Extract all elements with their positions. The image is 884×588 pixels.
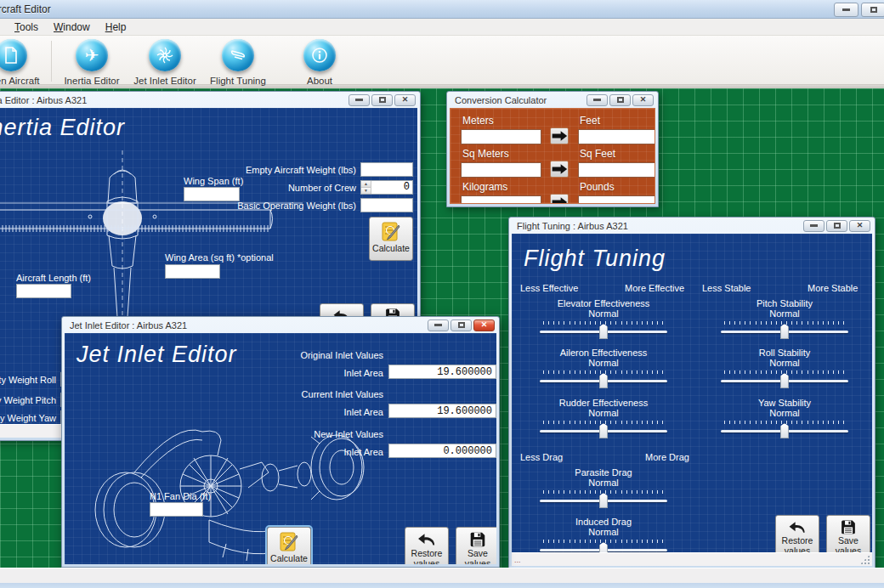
- jet-heading: Jet Inlet Editor: [76, 342, 237, 368]
- jet-maximize-button[interactable]: [450, 319, 472, 331]
- wing-span-label: Wing Span (ft): [184, 176, 240, 186]
- slider-track[interactable]: [721, 380, 848, 382]
- close-icon: ✕: [481, 321, 488, 329]
- menu-help[interactable]: Help: [98, 20, 134, 35]
- arrow-right-icon: [551, 163, 568, 175]
- feet-label: Feet: [580, 115, 655, 127]
- jet-minimize-button[interactable]: [428, 319, 449, 331]
- toolbar-separator: [51, 41, 52, 82]
- toolbar-jet-inlet-editor[interactable]: Jet Inlet Editor: [128, 39, 201, 86]
- close-icon: ✕: [402, 96, 409, 104]
- slider-thumb[interactable]: [599, 324, 608, 339]
- jet-save-values-button[interactable]: Save values: [456, 527, 496, 564]
- aircraft-editor-app: Aircraft Editor ✕ Tools Window Help Open…: [0, 0, 884, 588]
- slider-thumb[interactable]: [780, 423, 789, 438]
- inertia-close-button[interactable]: ✕: [394, 94, 416, 106]
- flight-titlebar[interactable]: Flight Tuning : Airbus A321 ✕: [512, 218, 872, 234]
- more-stable-label: More Stable: [808, 283, 858, 293]
- jet-restore-values-button[interactable]: Restore values: [405, 527, 449, 564]
- flight-maximize-button[interactable]: [826, 220, 847, 232]
- empty-weight-yaw-label: Empty Weight Yaw: [0, 413, 56, 423]
- main-titlebar[interactable]: Aircraft Editor ✕: [0, 0, 884, 19]
- menu-window[interactable]: Window: [46, 20, 98, 35]
- spinner-buttons[interactable]: ▲ ▼: [361, 181, 371, 194]
- slider-track[interactable]: [540, 500, 667, 502]
- jet-titlebar[interactable]: Jet Inlet Editor : Airbus A321 ✕: [65, 317, 496, 333]
- spinner-down-icon[interactable]: ▼: [361, 187, 371, 194]
- slider-thumb[interactable]: [599, 373, 608, 388]
- toolbar-inertia-editor[interactable]: ✈ Inertia Editor: [55, 39, 128, 86]
- slider-thumb[interactable]: [780, 373, 789, 388]
- wing-area-label: Wing Area (sq ft) *optional: [165, 252, 274, 263]
- pounds-input[interactable]: [578, 195, 655, 204]
- convert-kilograms-button[interactable]: [550, 194, 569, 204]
- empty-aircraft-weight-label: Empty Aircraft Weight (lbs): [246, 165, 356, 175]
- pounds-label: Pounds: [580, 181, 655, 193]
- toolbar-flight-tuning[interactable]: Flight Tuning: [201, 39, 275, 86]
- n1-fan-dia-input[interactable]: [150, 502, 203, 517]
- menu-tools[interactable]: Tools: [7, 20, 46, 35]
- aircraft-length-label: Aircraft Length (ft): [16, 273, 91, 283]
- wing-span-input[interactable]: [184, 187, 240, 201]
- conversion-maximize-button[interactable]: [609, 94, 631, 106]
- new-inlet-values-label: New Inlet Values: [314, 429, 383, 439]
- slider-track[interactable]: [540, 331, 667, 333]
- n1-fan-dia-label: N1 Fan Dia (ft): [150, 491, 211, 501]
- inertia-minimize-button[interactable]: [348, 94, 370, 106]
- toolbar-open-aircraft[interactable]: Open Aircraft: [0, 39, 48, 86]
- empty-aircraft-weight-input[interactable]: [360, 162, 413, 177]
- slider-track[interactable]: [540, 549, 667, 551]
- spinner-up-icon[interactable]: ▲: [361, 181, 371, 187]
- slider-track[interactable]: [721, 430, 848, 433]
- conversion-close-button[interactable]: ✕: [632, 94, 654, 106]
- number-of-crew-spinner[interactable]: ▲ ▼ 0: [360, 180, 413, 195]
- slider-thumb[interactable]: [599, 423, 608, 438]
- number-of-crew-value: 0: [371, 181, 412, 194]
- inertia-maximize-button[interactable]: [371, 94, 393, 106]
- open-document-icon: [0, 39, 27, 71]
- main-window-title: Aircraft Editor: [0, 3, 51, 15]
- jet-calculate-button[interactable]: Calculate: [267, 527, 311, 564]
- jet-close-button[interactable]: ✕: [473, 319, 495, 331]
- new-inlet-area-input[interactable]: [388, 444, 496, 458]
- roll-stability-slider: Roll Stability Normal: [721, 348, 848, 382]
- restore-icon: [785, 519, 809, 535]
- wing-area-input[interactable]: [165, 264, 220, 279]
- maximize-icon: [870, 7, 877, 13]
- slider-thumb[interactable]: [780, 324, 789, 339]
- jet-engine-blueprint-drawing: [82, 382, 371, 564]
- resize-grip[interactable]: [860, 555, 870, 564]
- conversion-titlebar[interactable]: Conversion Calculator ✕: [450, 92, 655, 108]
- conversion-body: Meters Feet Sq Meters: [450, 108, 655, 204]
- feet-input[interactable]: [578, 129, 655, 144]
- minimize-icon: [810, 224, 818, 227]
- inertia-calculate-button[interactable]: Calculate: [369, 217, 413, 261]
- inertia-titlebar[interactable]: Inertia Editor : Airbus A321 ✕: [0, 92, 417, 108]
- flight-minimize-button[interactable]: [803, 220, 824, 232]
- slider-track[interactable]: [540, 380, 667, 382]
- kilograms-input[interactable]: [461, 195, 541, 204]
- conversion-minimize-button[interactable]: [586, 94, 608, 106]
- current-inlet-area-input[interactable]: [388, 404, 496, 418]
- convert-meters-button[interactable]: [550, 127, 569, 144]
- maximize-icon: [617, 97, 624, 103]
- original-inlet-area-input[interactable]: [388, 365, 496, 379]
- elevator-effectiveness-slider: Elevator Effectiveness Normal: [540, 298, 667, 333]
- slider-track[interactable]: [540, 430, 667, 433]
- toolbar-about[interactable]: About: [283, 39, 356, 86]
- slider-track[interactable]: [721, 331, 848, 333]
- sq-meters-input[interactable]: [461, 162, 541, 178]
- maximize-button[interactable]: [861, 3, 884, 17]
- flight-close-button[interactable]: ✕: [849, 220, 870, 232]
- sq-feet-input[interactable]: [578, 162, 655, 178]
- minimize-button[interactable]: [834, 3, 858, 17]
- meters-input[interactable]: [461, 129, 541, 144]
- aircraft-length-input[interactable]: [16, 284, 71, 298]
- slider-thumb[interactable]: [599, 493, 608, 508]
- less-stable-label: Less Stable: [702, 283, 751, 293]
- convert-sq-meters-button[interactable]: [550, 161, 569, 178]
- inertia-heading: Inertia Editor: [0, 115, 125, 141]
- rudder-effectiveness-slider: Rudder Effectiveness Normal: [540, 398, 667, 433]
- basic-operating-weight-input[interactable]: [360, 198, 413, 212]
- original-inlet-values-label: Original Inlet Values: [300, 350, 383, 360]
